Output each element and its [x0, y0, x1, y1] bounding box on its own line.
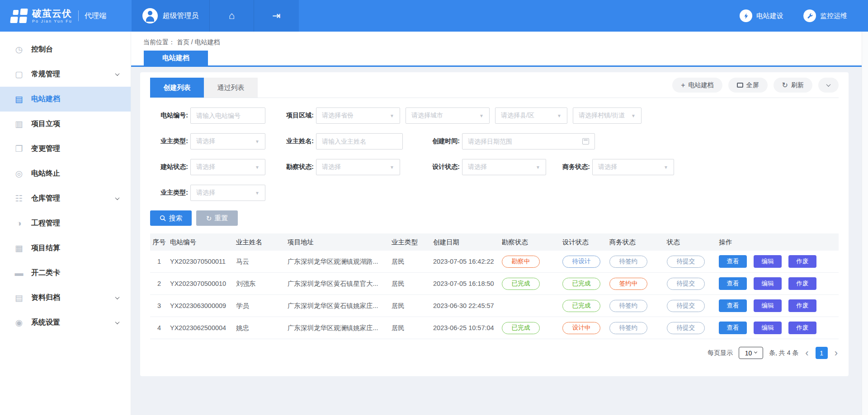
module-电站建设[interactable]: 电站建设: [740, 9, 783, 22]
toolbar-全屏-button[interactable]: 全屏: [728, 78, 768, 93]
region-select-1[interactable]: 请选择省份▼: [316, 107, 400, 124]
toolbar-电站建档-button[interactable]: +电站建档: [672, 78, 722, 93]
create-time-input-field[interactable]: [468, 138, 582, 145]
per-page-label: 每页显示: [708, 349, 733, 357]
status-badge: 待提交: [667, 300, 705, 312]
edit-button[interactable]: 编辑: [754, 322, 782, 334]
card-tabs: 创建列表通过列表: [150, 78, 258, 98]
cell-code: YX2023070500011: [168, 258, 234, 265]
module-监控运维[interactable]: 监控运维: [803, 9, 847, 22]
module-label: 电站建设: [756, 12, 783, 20]
next-page-button[interactable]: ›: [834, 348, 839, 358]
cell-type: 居民: [390, 257, 431, 266]
status-badge: 待签约: [609, 322, 647, 334]
logout-button[interactable]: ⇥: [254, 0, 299, 32]
edit-button[interactable]: 编辑: [754, 255, 782, 268]
tab-创建列表[interactable]: 创建列表: [150, 78, 204, 98]
chevron-down-icon: [115, 295, 120, 299]
tab-通过列表[interactable]: 通过列表: [204, 78, 258, 98]
breadcrumb-path[interactable]: 首页 / 电站建档: [177, 38, 220, 46]
station-no-input[interactable]: [190, 107, 265, 124]
caret-down-icon: ▼: [536, 165, 540, 170]
sidebar-item-label: 仓库管理: [31, 194, 116, 203]
table-body: 1YX2023070500011马云广东深圳龙华区观澜镇观湖路...居民2023…: [150, 251, 839, 339]
sidebar-item-电站建档[interactable]: ▤电站建档: [0, 87, 131, 112]
void-button[interactable]: 作废: [788, 277, 816, 290]
current-page-button[interactable]: 1: [816, 347, 828, 359]
breadcrumb-bar: 当前位置： 首页 / 电站建档 电站建档: [131, 32, 868, 67]
edit-button[interactable]: 编辑: [754, 277, 782, 290]
cell-owner: 马云: [234, 257, 286, 266]
cell-status-status: 待提交: [665, 278, 717, 290]
region-select-2[interactable]: 请选择城市▼: [406, 107, 490, 124]
view-button[interactable]: 查看: [719, 277, 747, 290]
design-status-select[interactable]: 请选择 ▼: [462, 159, 546, 175]
region-select-placeholder: 请选择省份: [322, 112, 387, 120]
sidebar-item-变更管理[interactable]: ❐变更管理: [0, 136, 131, 161]
sidebar-item-label: 电站终止: [31, 169, 119, 178]
monitor-icon: ▢: [14, 69, 24, 79]
reset-button[interactable]: ↻ 重置: [196, 210, 238, 226]
sidebar-item-开二类卡[interactable]: ▬开二类卡: [0, 261, 131, 285]
sidebar-item-资料归档[interactable]: ▤资料归档: [0, 285, 131, 310]
owner-name-label: 业主姓名:: [276, 137, 314, 145]
logout-icon: ⇥: [272, 11, 280, 21]
user-profile[interactable]: 超级管理员: [132, 0, 209, 32]
sidebar-item-项目立项[interactable]: ▥项目立项: [0, 112, 131, 136]
cell-code: YX2023063000009: [168, 302, 234, 309]
column-header-业主姓名: 业主姓名: [234, 238, 286, 247]
prev-page-button[interactable]: ‹: [804, 348, 809, 358]
business-status-select[interactable]: 请选择 ▼: [592, 159, 674, 175]
page-scrollbar[interactable]: [862, 32, 868, 415]
void-button[interactable]: 作废: [788, 322, 816, 334]
sidebar-item-项目结算[interactable]: ▦项目结算: [0, 236, 131, 261]
void-button[interactable]: 作废: [788, 255, 816, 268]
sidebar-item-label: 项目立项: [31, 119, 119, 129]
toolbar-刷新-button[interactable]: ↻刷新: [774, 78, 812, 93]
view-button[interactable]: 查看: [719, 299, 747, 312]
chevron-down-icon: [115, 71, 120, 76]
home-button[interactable]: ⌂: [209, 0, 254, 32]
breadcrumb-label: 当前位置：: [143, 38, 175, 46]
page-tab[interactable]: 电站建档: [144, 51, 208, 65]
region-select-3[interactable]: 请选择县/区▼: [495, 107, 567, 124]
owner-name-input[interactable]: [316, 133, 403, 149]
status-badge: 已完成: [562, 300, 600, 312]
table-row: 1YX2023070500011马云广东深圳龙华区观澜镇观湖路...居民2023…: [150, 251, 839, 273]
build-status-select[interactable]: 请选择 ▼: [190, 159, 265, 175]
create-time-input[interactable]: [462, 133, 595, 149]
owner-type2-select[interactable]: 请选择 ▼: [190, 185, 265, 201]
sidebar-item-工程管理[interactable]: ◑工程管理: [0, 211, 131, 236]
survey-status-placeholder: 请选择: [322, 163, 387, 171]
region-select-4[interactable]: 请选择村镇/街道▼: [573, 107, 642, 124]
cell-address: 广东深圳龙华区黄石镇星官大...: [286, 280, 390, 288]
lightning-icon: [740, 9, 752, 22]
view-button[interactable]: 查看: [719, 322, 747, 334]
status-badge: 已完成: [562, 278, 600, 290]
toolbar-more-button[interactable]: [818, 78, 839, 93]
station-no-input-field[interactable]: [196, 112, 259, 119]
cell-code: YX2023070500010: [168, 280, 234, 287]
sidebar-item-控制台[interactable]: ◷控制台: [0, 37, 131, 62]
sidebar-item-系统设置[interactable]: ◉系统设置: [0, 310, 131, 335]
survey-status-label: 勘察状态:: [276, 163, 314, 171]
view-button[interactable]: 查看: [719, 255, 747, 268]
edit-button[interactable]: 编辑: [754, 299, 782, 312]
brand-name: 破茧云伏: [32, 8, 72, 19]
sidebar-item-label: 控制台: [31, 45, 119, 54]
cell-date: 2023-07-05 16:18:50: [431, 280, 500, 287]
per-page-select[interactable]: 10: [739, 347, 763, 359]
search-button[interactable]: 搜索: [150, 210, 192, 226]
cell-no: 2: [150, 280, 168, 287]
status-badge: 待提交: [667, 256, 705, 268]
owner-type-select[interactable]: 请选择 ▼: [190, 133, 265, 149]
owner-name-input-field[interactable]: [322, 138, 397, 145]
sidebar-item-仓库管理[interactable]: ☷仓库管理: [0, 186, 131, 211]
main-content: 当前位置： 首页 / 电站建档 电站建档 创建列表通过列表 +电站建档全屏↻刷新…: [131, 32, 868, 415]
reset-button-label: 重置: [214, 214, 228, 223]
sidebar-item-电站终止[interactable]: ◎电站终止: [0, 161, 131, 186]
void-button[interactable]: 作废: [788, 299, 816, 312]
sidebar-item-常规管理[interactable]: ▢常规管理: [0, 62, 131, 87]
region-select-placeholder: 请选择城市: [411, 112, 476, 120]
survey-status-select[interactable]: 请选择 ▼: [316, 159, 400, 175]
